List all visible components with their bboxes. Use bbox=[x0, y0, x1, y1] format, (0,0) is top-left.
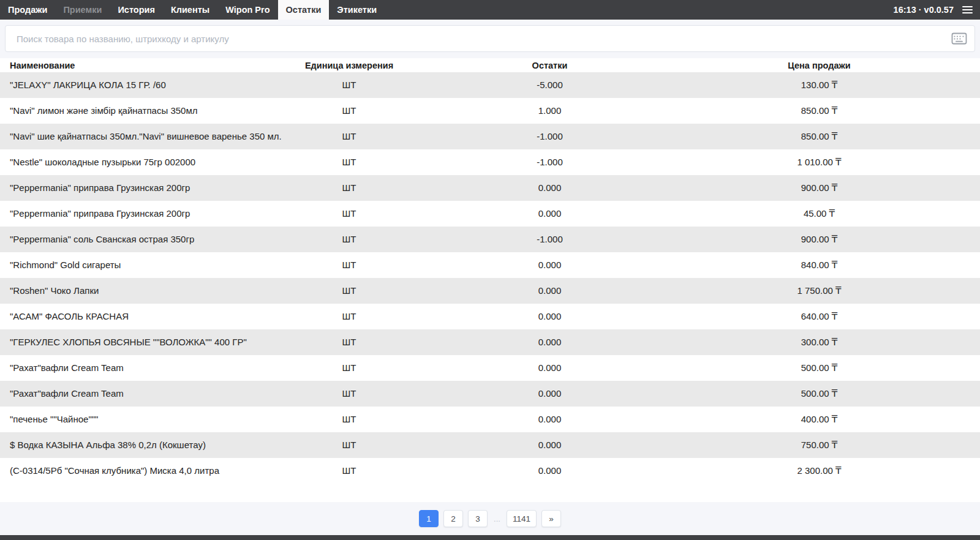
price-cell: 1 010.00 ₸ bbox=[695, 149, 980, 175]
qty-cell: 0.000 bbox=[404, 329, 695, 355]
product-name-cell: "Peppermania" приправа Грузинская 200гр bbox=[0, 201, 294, 227]
search-section bbox=[0, 20, 980, 58]
unit-cell: ШТ bbox=[294, 381, 404, 407]
qty-cell: 0.000 bbox=[404, 252, 695, 278]
page-button-1141[interactable]: 1141 bbox=[507, 510, 537, 527]
unit-cell: ШТ bbox=[294, 355, 404, 381]
pagination-ellipsis: ... bbox=[492, 514, 502, 523]
qty-cell: 0.000 bbox=[404, 381, 695, 407]
price-cell: 300.00 ₸ bbox=[695, 329, 980, 355]
table-row[interactable]: "АСАМ" ФАСОЛЬ КРАСНАЯШТ0.000640.00 ₸ bbox=[0, 304, 980, 329]
product-name-cell: "АСАМ" ФАСОЛЬ КРАСНАЯ bbox=[0, 304, 294, 329]
unit-cell: ШТ bbox=[294, 458, 404, 484]
qty-cell: 0.000 bbox=[404, 432, 695, 458]
product-name-cell: "Рахат"вафли Cream Team bbox=[0, 355, 294, 381]
table-row[interactable]: (С-0314/5Рб "Сочная клубника") Миска 4,0… bbox=[0, 458, 980, 484]
column-header-qty: Остатки bbox=[404, 58, 695, 72]
column-header-name: Наименование bbox=[0, 58, 294, 72]
price-cell: 500.00 ₸ bbox=[695, 381, 980, 407]
product-name-cell: "JELAXY" ЛАКРИЦА КОЛА 15 ГР. /60 bbox=[0, 72, 294, 98]
table-row[interactable]: "Nestle" шоколадные пузырьки 75гр 002000… bbox=[0, 149, 980, 175]
separator-dot: · bbox=[919, 5, 922, 15]
table-row[interactable]: "Рахат"вафли Cream TeamШТ0.000500.00 ₸ bbox=[0, 381, 980, 407]
product-name-cell: $ Водка КАЗЫНА Альфа 38% 0,2л (Кокшетау) bbox=[0, 432, 294, 458]
nav-tab-clients[interactable]: Клиенты bbox=[163, 0, 217, 20]
unit-cell: ШТ bbox=[294, 175, 404, 201]
page-button-3[interactable]: 3 bbox=[468, 510, 488, 527]
hamburger-menu-icon[interactable] bbox=[962, 6, 973, 13]
product-name-cell: "Navi" лимон және зімбір қайнатпасы 350м… bbox=[0, 98, 294, 124]
unit-cell: ШТ bbox=[294, 72, 404, 98]
table-row[interactable]: "Peppermania" соль Сванская острая 350гр… bbox=[0, 227, 980, 252]
price-cell: 900.00 ₸ bbox=[695, 227, 980, 252]
unit-cell: ШТ bbox=[294, 98, 404, 124]
next-page-button[interactable]: » bbox=[541, 510, 561, 527]
product-name-cell: "Peppermania" соль Сванская острая 350гр bbox=[0, 227, 294, 252]
app-version: v0.0.57 bbox=[924, 5, 954, 15]
nav-tab-wipon-pro[interactable]: Wipon Pro bbox=[217, 0, 277, 20]
table-row[interactable]: "JELAXY" ЛАКРИЦА КОЛА 15 ГР. /60ШТ-5.000… bbox=[0, 72, 980, 98]
product-name-cell: "Peppermania" приправа Грузинская 200гр bbox=[0, 175, 294, 201]
product-name-cell: "Navi" шие қайнатпасы 350мл."Navi" вишне… bbox=[0, 124, 294, 149]
qty-cell: 0.000 bbox=[404, 407, 695, 432]
nav-tab-stock[interactable]: Остатки bbox=[278, 0, 330, 20]
page-button-2[interactable]: 2 bbox=[443, 510, 463, 527]
table-row[interactable]: "Рахат"вафли Cream TeamШТ0.000500.00 ₸ bbox=[0, 355, 980, 381]
price-cell: 1 750.00 ₸ bbox=[695, 278, 980, 304]
nav-tab-history[interactable]: История bbox=[110, 0, 163, 20]
price-cell: 850.00 ₸ bbox=[695, 124, 980, 149]
table-header: Наименование Единица измерения Остатки Ц… bbox=[0, 58, 980, 72]
qty-cell: -1.000 bbox=[404, 149, 695, 175]
unit-cell: ШТ bbox=[294, 329, 404, 355]
unit-cell: ШТ bbox=[294, 407, 404, 432]
bottom-bar bbox=[0, 535, 980, 540]
unit-cell: ШТ bbox=[294, 432, 404, 458]
table-row[interactable]: "печенье ""Чайное"""ШТ0.000400.00 ₸ bbox=[0, 407, 980, 432]
keyboard-icon[interactable] bbox=[951, 32, 967, 45]
price-cell: 500.00 ₸ bbox=[695, 355, 980, 381]
qty-cell: 0.000 bbox=[404, 355, 695, 381]
unit-cell: ШТ bbox=[294, 201, 404, 227]
qty-cell: 0.000 bbox=[404, 278, 695, 304]
pagination: 123...1141» bbox=[0, 502, 980, 535]
table-row[interactable]: "ГЕРКУЛЕС ХЛОПЬЯ ОВСЯНЫЕ ""ВОЛОЖКА"" 400… bbox=[0, 329, 980, 355]
table-row[interactable]: "Roshen" Чоко ЛапкиШТ0.0001 750.00 ₸ bbox=[0, 278, 980, 304]
page-button-1[interactable]: 1 bbox=[419, 510, 439, 527]
table-row[interactable]: "Richmond" Gold сигаретыШТ0.000840.00 ₸ bbox=[0, 252, 980, 278]
product-name-cell: "Рахат"вафли Cream Team bbox=[0, 381, 294, 407]
nav-tab-sales[interactable]: Продажи bbox=[0, 0, 55, 20]
price-cell: 130.00 ₸ bbox=[695, 72, 980, 98]
qty-cell: -1.000 bbox=[404, 227, 695, 252]
price-cell: 45.00 ₸ bbox=[695, 201, 980, 227]
product-name-cell: "печенье ""Чайное""" bbox=[0, 407, 294, 432]
table-body: "JELAXY" ЛАКРИЦА КОЛА 15 ГР. /60ШТ-5.000… bbox=[0, 72, 980, 484]
product-name-cell: "Richmond" Gold сигареты bbox=[0, 252, 294, 278]
table-row[interactable]: "Navi" лимон және зімбір қайнатпасы 350м… bbox=[0, 98, 980, 124]
qty-cell: 0.000 bbox=[404, 201, 695, 227]
table-row[interactable]: "Peppermania" приправа Грузинская 200грШ… bbox=[0, 175, 980, 201]
clock-time: 16:13 bbox=[894, 5, 916, 15]
nav-tab-receivings[interactable]: Приемки bbox=[55, 0, 110, 20]
price-cell: 850.00 ₸ bbox=[695, 98, 980, 124]
table-row[interactable]: "Navi" шие қайнатпасы 350мл."Navi" вишне… bbox=[0, 124, 980, 149]
product-name-cell: "Roshen" Чоко Лапки bbox=[0, 278, 294, 304]
search-input[interactable] bbox=[5, 25, 975, 52]
table-row[interactable]: $ Водка КАЗЫНА Альфа 38% 0,2л (Кокшетау)… bbox=[0, 432, 980, 458]
nav-tab-labels[interactable]: Этикетки bbox=[329, 0, 385, 20]
top-nav: ПродажиПриемкиИсторияКлиентыWipon ProОст… bbox=[0, 0, 980, 20]
price-cell: 840.00 ₸ bbox=[695, 252, 980, 278]
qty-cell: 0.000 bbox=[404, 175, 695, 201]
unit-cell: ШТ bbox=[294, 278, 404, 304]
unit-cell: ШТ bbox=[294, 124, 404, 149]
time-and-version: 16:13 · v0.0.57 bbox=[894, 5, 954, 15]
qty-cell: 1.000 bbox=[404, 98, 695, 124]
nav-right: 16:13 · v0.0.57 bbox=[894, 0, 980, 20]
price-cell: 900.00 ₸ bbox=[695, 175, 980, 201]
product-name-cell: "ГЕРКУЛЕС ХЛОПЬЯ ОВСЯНЫЕ ""ВОЛОЖКА"" 400… bbox=[0, 329, 294, 355]
product-name-cell: (С-0314/5Рб "Сочная клубника") Миска 4,0… bbox=[0, 458, 294, 484]
product-name-cell: "Nestle" шоколадные пузырьки 75гр 002000 bbox=[0, 149, 294, 175]
table-row[interactable]: "Peppermania" приправа Грузинская 200грШ… bbox=[0, 201, 980, 227]
unit-cell: ШТ bbox=[294, 304, 404, 329]
unit-cell: ШТ bbox=[294, 149, 404, 175]
qty-cell: 0.000 bbox=[404, 458, 695, 484]
